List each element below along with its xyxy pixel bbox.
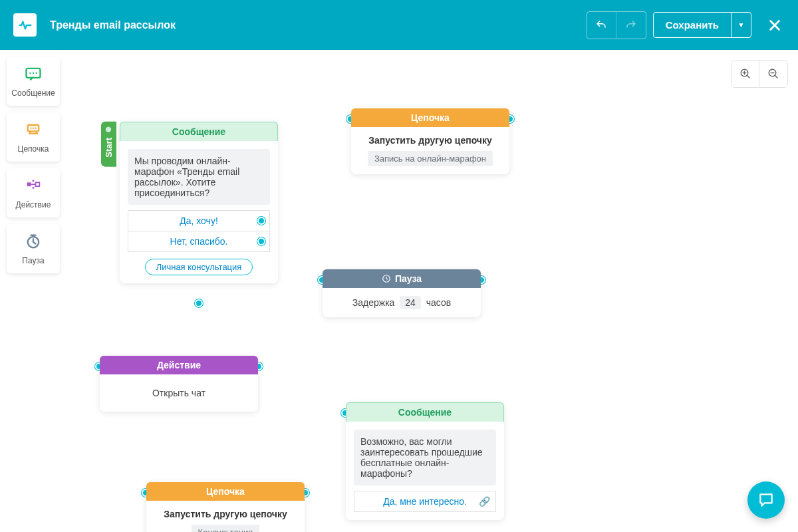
node-body: Запустить другую цепочку Консультация	[146, 501, 305, 532]
option-interested[interactable]: Да, мне интересно. 🔗	[354, 491, 496, 512]
chip-wrap: Личная консультация	[128, 252, 270, 275]
node-header: Цепочка	[351, 108, 509, 127]
save-group: Сохранить ▼	[653, 12, 751, 38]
svg-point-7	[35, 128, 36, 129]
svg-point-6	[33, 128, 34, 129]
zoom-out-button[interactable]	[759, 61, 787, 87]
zoom-out-icon	[767, 68, 779, 80]
undo-button[interactable]	[587, 12, 616, 39]
start-label: Start	[104, 138, 114, 158]
node-header: Сообщение	[346, 402, 504, 422]
node-body: Возможно, вас могли заинтересовать проше…	[346, 422, 504, 520]
message-icon	[24, 65, 43, 83]
option-label: Да, хочу!	[180, 215, 218, 226]
clock-icon	[382, 274, 391, 283]
sidebar: Сообщение Цепочка Действие Пауза	[7, 57, 60, 273]
topbar: Тренды email рассылок Сохранить ▼	[0, 0, 798, 50]
port-out[interactable]	[257, 217, 265, 225]
save-dropdown-button[interactable]: ▼	[731, 13, 751, 37]
delay-prefix: Задержка	[352, 297, 395, 308]
svg-point-11	[33, 187, 35, 189]
svg-rect-9	[36, 182, 40, 186]
sidebar-item-label: Пауза	[22, 256, 44, 265]
action-icon	[24, 176, 43, 195]
app-logo	[13, 13, 37, 37]
svg-point-5	[30, 128, 31, 129]
delay-value: 24	[400, 296, 421, 309]
port-out[interactable]	[195, 299, 203, 307]
top-actions: Сохранить ▼	[587, 11, 785, 39]
zoom-controls	[731, 60, 788, 88]
redo-icon	[625, 19, 637, 31]
option-no[interactable]: Нет, спасибо.	[128, 231, 270, 252]
node-header: Пауза	[323, 269, 481, 288]
chain-tag: Консультация	[192, 525, 260, 532]
node-title: Пауза	[395, 273, 422, 284]
sidebar-item-action[interactable]: Действие	[7, 168, 60, 217]
chat-fab[interactable]	[747, 481, 785, 519]
close-button[interactable]	[765, 15, 785, 35]
page-title: Тренды email рассылок	[50, 19, 176, 31]
message-text: Мы проводим онлайн-марафон «Тренды email…	[128, 149, 270, 205]
sidebar-item-label: Цепочка	[18, 144, 49, 154]
chain-icon	[24, 120, 43, 139]
close-icon	[767, 18, 782, 33]
node-message-start[interactable]: Start Сообщение Мы проводим онлайн-мараф…	[120, 122, 278, 283]
option-label: Да, мне интересно.	[383, 496, 467, 507]
undo-icon	[595, 19, 607, 31]
zoom-in-icon	[739, 68, 751, 80]
node-header: Сообщение	[120, 122, 278, 141]
node-body: Мы проводим онлайн-марафон «Тренды email…	[120, 141, 278, 283]
zoom-in-button[interactable]	[732, 61, 759, 87]
node-message-followup[interactable]: Сообщение Возможно, вас могли заинтересо…	[346, 402, 504, 520]
node-header: Действие	[100, 356, 258, 374]
svg-point-2	[33, 72, 34, 74]
option-label: Нет, спасибо.	[170, 236, 228, 247]
node-pause[interactable]: Пауза Задержка 24 часов	[323, 269, 481, 317]
sidebar-item-chain[interactable]: Цепочка	[7, 112, 60, 162]
node-body: Открыть чат	[100, 374, 258, 412]
save-button[interactable]: Сохранить	[654, 13, 731, 37]
pulse-icon	[18, 18, 33, 33]
consult-chip[interactable]: Личная консультация	[145, 259, 253, 275]
pause-icon	[24, 232, 43, 251]
link-icon: 🔗	[479, 496, 490, 507]
delay-suffix: часов	[426, 297, 451, 308]
node-action-openchat[interactable]: Действие Открыть чат	[100, 356, 258, 412]
node-body: Задержка 24 часов	[323, 288, 481, 317]
svg-point-1	[29, 72, 31, 74]
canvas: Start Сообщение Мы проводим онлайн-мараф…	[0, 50, 798, 532]
message-text: Возможно, вас могли заинтересовать проше…	[354, 430, 496, 485]
chain-tag: Запись на онлайн-марафон	[368, 151, 493, 166]
chat-icon	[757, 491, 775, 509]
node-chain-marathon[interactable]: Цепочка Запустить другую цепочку Запись …	[351, 108, 509, 174]
node-subtitle: Запустить другую цепочку	[154, 509, 297, 519]
start-tab: Start	[101, 122, 116, 167]
node-header: Цепочка	[146, 482, 305, 501]
svg-rect-8	[27, 182, 31, 186]
node-subtitle: Запустить другую цепочку	[359, 135, 501, 146]
workspace[interactable]: Сообщение Цепочка Действие Пауза	[0, 50, 798, 532]
sidebar-item-pause[interactable]: Пауза	[7, 224, 60, 273]
option-yes[interactable]: Да, хочу!	[128, 210, 270, 231]
undo-redo-group	[587, 11, 646, 39]
svg-point-10	[33, 180, 35, 182]
port-out[interactable]	[257, 237, 265, 245]
svg-point-3	[36, 72, 37, 74]
node-body: Запустить другую цепочку Запись на онлай…	[351, 127, 509, 174]
sidebar-item-label: Действие	[16, 200, 51, 209]
sidebar-item-label: Сообщение	[11, 88, 55, 98]
sidebar-item-message[interactable]: Сообщение	[7, 57, 60, 106]
redo-button[interactable]	[616, 12, 646, 39]
node-chain-consult[interactable]: Цепочка Запустить другую цепочку Консуль…	[146, 482, 305, 532]
port-out[interactable]	[105, 126, 113, 134]
